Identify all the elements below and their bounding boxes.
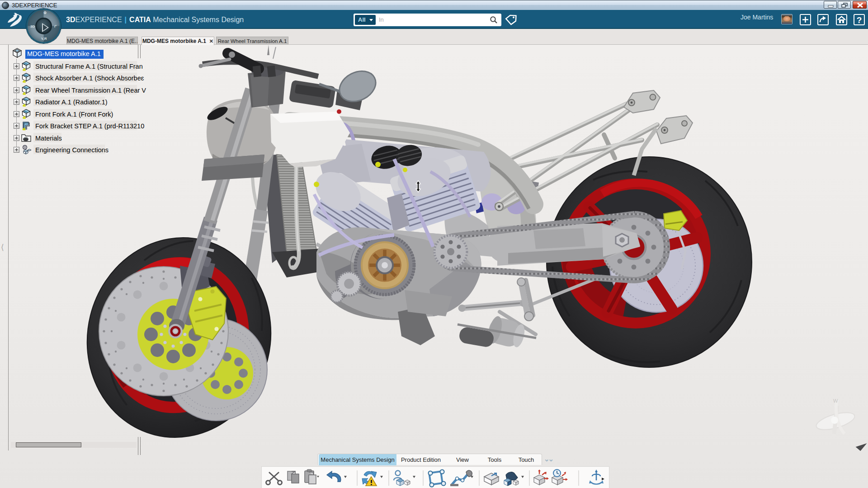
- svg-text:W: W: [833, 398, 838, 404]
